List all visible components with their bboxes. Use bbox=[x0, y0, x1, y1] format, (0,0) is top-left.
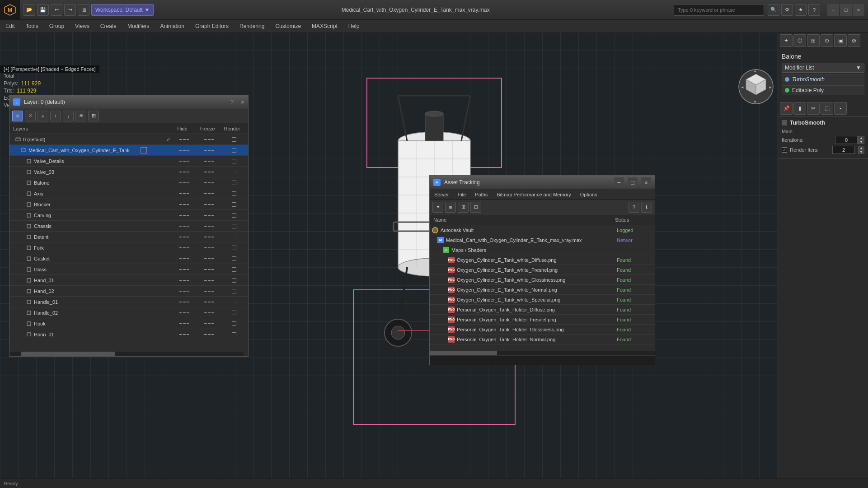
layer-row-medical-checkbox[interactable] bbox=[141, 147, 147, 153]
undo-btn[interactable]: ↩ bbox=[51, 4, 62, 16]
asset-tool-3[interactable]: ⊞ bbox=[458, 202, 469, 213]
mod-icon-motion[interactable]: ⊙ bbox=[821, 34, 833, 47]
layer-row-15[interactable]: Hook bbox=[9, 318, 248, 329]
layers-question-mark[interactable]: ? bbox=[230, 99, 234, 105]
cube-navigator[interactable]: ▲ ▼ ◄ ► bbox=[738, 69, 774, 105]
asset-menu-file[interactable]: File bbox=[453, 189, 470, 200]
settings-icon-btn[interactable]: ⚙ bbox=[781, 4, 793, 16]
layers-tool-options[interactable]: ⊞ bbox=[88, 111, 99, 121]
menu-help[interactable]: Help bbox=[343, 20, 365, 33]
asset-menu-server[interactable]: Server bbox=[430, 189, 453, 200]
asset-scrollbar[interactable] bbox=[430, 351, 655, 355]
mod-list-btn[interactable]: ▮ bbox=[793, 102, 806, 115]
layer-row-12[interactable]: Hand_02 bbox=[9, 286, 248, 297]
asset-row-7[interactable]: PNG Oxygen_Cylinder_E_Tank_white_Specula… bbox=[430, 295, 655, 305]
mod-cut-btn[interactable]: ✂ bbox=[807, 102, 820, 115]
asset-row-1[interactable]: M Medical_Cart_with_Oxygen_Cylinder_E_Ta… bbox=[430, 235, 655, 245]
layer-row-8[interactable]: Fork bbox=[9, 242, 248, 253]
asset-row-4[interactable]: PNG Oxygen_Cylinder_E_Tank_white_Fresnel… bbox=[430, 265, 655, 275]
asset-tool-4[interactable]: ⊟ bbox=[470, 202, 481, 213]
layer-row-3[interactable]: Axis bbox=[9, 188, 248, 199]
layers-close-btn[interactable]: × bbox=[241, 98, 244, 106]
layer-row-1[interactable]: Valve_03 bbox=[9, 167, 248, 177]
help-icon-btn[interactable]: ? bbox=[808, 4, 820, 16]
mod-copy-btn[interactable]: ⬚ bbox=[821, 102, 833, 115]
asset-row-10[interactable]: PNG Personal_Oxygen_Tank_Holder_Glossine… bbox=[430, 325, 655, 335]
asset-menu-options[interactable]: Options bbox=[576, 189, 602, 200]
asset-tool-2[interactable]: ≡ bbox=[445, 202, 456, 213]
close-btn[interactable]: × bbox=[853, 4, 864, 16]
mod-icon-create[interactable]: ✦ bbox=[780, 34, 793, 47]
menu-edit[interactable]: Edit bbox=[0, 20, 20, 33]
asset-row-8[interactable]: PNG Personal_Oxygen_Tank_Holder_Diffuse.… bbox=[430, 305, 655, 315]
layer-row-6[interactable]: Chassis bbox=[9, 221, 248, 232]
search-icon-btn[interactable]: 🔍 bbox=[768, 4, 779, 16]
layer-row-7[interactable]: Detent bbox=[9, 232, 248, 242]
modifier-turbosmooth[interactable]: TurboSmooth bbox=[782, 74, 864, 84]
star-icon-btn[interactable]: ★ bbox=[795, 4, 807, 16]
mod-icon-modify[interactable]: ⬡ bbox=[793, 34, 806, 47]
open-file-btn[interactable]: 📂 bbox=[23, 4, 35, 16]
maximize-btn[interactable]: □ bbox=[840, 4, 852, 16]
asset-menu-paths[interactable]: Paths bbox=[470, 189, 492, 200]
search-input[interactable] bbox=[674, 4, 764, 16]
minimize-btn[interactable]: − bbox=[827, 4, 839, 16]
menu-graph-editors[interactable]: Graph Editors bbox=[190, 20, 234, 33]
layer-row-0[interactable]: Valve_Details bbox=[9, 156, 248, 167]
render-iters-spinner[interactable]: ▲ ▼ bbox=[858, 146, 864, 154]
asset-maximize-btn[interactable]: □ bbox=[628, 177, 638, 187]
layer-row-default[interactable]: 0 (default) ✓ bbox=[9, 134, 248, 145]
redo-btn[interactable]: ↪ bbox=[64, 4, 76, 16]
asset-row-6[interactable]: PNG Oxygen_Cylinder_E_Tank_white_Normal.… bbox=[430, 285, 655, 295]
mod-icon-display[interactable]: ▣ bbox=[834, 34, 847, 47]
layers-tool-add[interactable]: + bbox=[38, 111, 48, 121]
menu-views[interactable]: Views bbox=[70, 20, 95, 33]
mod-icon-utilities[interactable]: ⊘ bbox=[848, 34, 860, 47]
menu-modifiers[interactable]: Modifiers bbox=[122, 20, 155, 33]
turbosmooth-collapse[interactable]: − bbox=[782, 120, 787, 125]
layer-row-16[interactable]: Hoop_01 bbox=[9, 329, 248, 336]
modifier-editable-poly[interactable]: Editable Poly bbox=[782, 85, 864, 95]
workspace-btn[interactable]: Workspace: Default ▼ bbox=[91, 4, 154, 16]
screen-btn[interactable]: 🖥 bbox=[78, 4, 89, 16]
layer-row-4[interactable]: Blocker bbox=[9, 199, 248, 210]
layer-row-14[interactable]: Handle_02 bbox=[9, 307, 248, 318]
asset-row-2[interactable]: S Maps / Shaders bbox=[430, 245, 655, 255]
mod-icon-hierarchy[interactable]: ⊞ bbox=[807, 34, 820, 47]
asset-row-3[interactable]: PNG Oxygen_Cylinder_E_Tank_white_Diffuse… bbox=[430, 255, 655, 265]
asset-menu-bitmap[interactable]: Bitmap Performance and Memory bbox=[492, 189, 575, 200]
asset-minimize-btn[interactable]: − bbox=[614, 177, 624, 187]
menu-maxscript[interactable]: MAXScript bbox=[306, 20, 343, 33]
layer-row-11[interactable]: Hand_01 bbox=[9, 275, 248, 286]
menu-tools[interactable]: Tools bbox=[20, 20, 44, 33]
layers-hscrollbar[interactable] bbox=[9, 352, 244, 356]
asset-tool-1[interactable]: ✦ bbox=[432, 202, 443, 213]
menu-animation[interactable]: Animation bbox=[155, 20, 190, 33]
layer-row-10[interactable]: Glass bbox=[9, 264, 248, 275]
menu-customize[interactable]: Customize bbox=[270, 20, 306, 33]
layer-row-2[interactable]: Balone bbox=[9, 177, 248, 188]
asset-row-11[interactable]: PNG Personal_Oxygen_Tank_Holder_Normal.p… bbox=[430, 335, 655, 344]
asset-info-btn[interactable]: ℹ bbox=[641, 202, 652, 213]
layers-tool-delete[interactable]: ✕ bbox=[25, 111, 36, 121]
save-btn[interactable]: 💾 bbox=[37, 4, 49, 16]
render-iters-up[interactable]: ▲ bbox=[858, 146, 864, 150]
asset-help-btn[interactable]: ? bbox=[629, 202, 639, 213]
asset-close-btn[interactable]: × bbox=[641, 177, 651, 187]
modifier-list-dropdown[interactable]: Modifier List ▼ bbox=[782, 63, 864, 73]
menu-create[interactable]: Create bbox=[95, 20, 122, 33]
render-iters-checkbox[interactable]: ✓ bbox=[782, 147, 787, 153]
asset-row-5[interactable]: PNG Oxygen_Cylinder_E_Tank_white_Glossin… bbox=[430, 275, 655, 285]
layer-row-13[interactable]: Handle_01 bbox=[9, 297, 248, 307]
layers-tool-freeze[interactable]: ❄ bbox=[75, 111, 86, 121]
menu-group[interactable]: Group bbox=[44, 20, 70, 33]
layers-tool-move-up[interactable]: ↑ bbox=[50, 111, 61, 121]
iterations-down[interactable]: ▼ bbox=[858, 140, 864, 144]
layers-tool-active[interactable]: ≡ bbox=[12, 111, 23, 121]
mod-paste-btn[interactable]: ▪ bbox=[834, 102, 847, 115]
asset-row-0[interactable]: Autodesk Vault Logged bbox=[430, 225, 655, 235]
iterations-up[interactable]: ▲ bbox=[858, 136, 864, 140]
layer-row-5[interactable]: Carving bbox=[9, 210, 248, 221]
asset-row-9[interactable]: PNG Personal_Oxygen_Tank_Holder_Fresnel.… bbox=[430, 315, 655, 325]
menu-rendering[interactable]: Rendering bbox=[234, 20, 270, 33]
